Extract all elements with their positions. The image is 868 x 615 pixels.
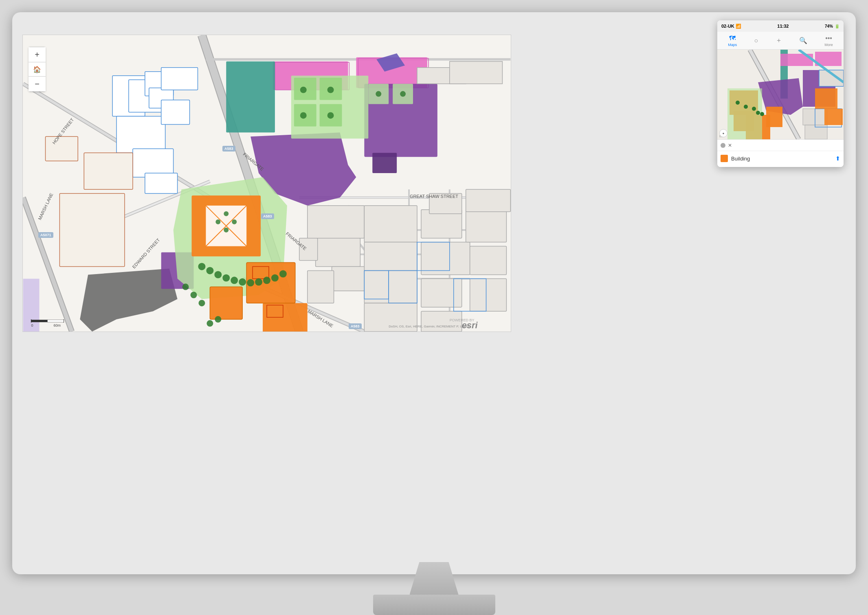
- svg-rect-97: [31, 320, 48, 322]
- svg-rect-82: [421, 279, 462, 307]
- more-icon: •••: [825, 35, 832, 42]
- circle-icon: ○: [754, 37, 758, 44]
- nav-circle[interactable]: ○: [754, 37, 758, 44]
- ios-map-svg: Esri: [717, 50, 844, 139]
- svg-rect-26: [116, 116, 165, 153]
- maps-icon: 🗺: [729, 35, 736, 42]
- battery-label: 74%: [825, 24, 833, 29]
- svg-rect-30: [161, 100, 190, 125]
- svg-rect-75: [299, 238, 318, 261]
- nav-search[interactable]: 🔍: [799, 37, 807, 44]
- svg-rect-92: [466, 189, 511, 212]
- svg-rect-9: [372, 153, 397, 173]
- svg-point-42: [224, 211, 229, 216]
- time-label: 11:32: [777, 24, 789, 29]
- nav-maps[interactable]: 🗺 Maps: [728, 35, 737, 47]
- ios-status-left: 02-UK 📶: [721, 24, 741, 29]
- svg-point-57: [231, 277, 238, 284]
- svg-rect-98: [47, 320, 64, 322]
- battery-icon: 🔋: [835, 24, 839, 29]
- zoom-home-button[interactable]: 🏠: [29, 62, 46, 77]
- svg-text:DoSH, OS, Esri, HERE, Garmin; : DoSH, OS, Esri, HERE, Garmin; INCREMENT …: [389, 325, 469, 328]
- ios-map-preview[interactable]: Esri ●: [717, 50, 844, 139]
- svg-point-63: [279, 270, 287, 277]
- svg-point-59: [247, 279, 254, 286]
- svg-rect-71: [308, 206, 365, 238]
- zoom-in-button[interactable]: +: [29, 47, 46, 62]
- building-legend-label: Building: [731, 156, 832, 162]
- zoom-out-button[interactable]: −: [29, 77, 46, 91]
- svg-rect-85: [470, 246, 507, 275]
- legend-share-button[interactable]: ⬆: [835, 155, 840, 162]
- svg-point-115: [752, 107, 756, 111]
- svg-point-68: [215, 316, 221, 323]
- map-svg: 0 60m DoSH, OS, Esri, HERE, Garmin; INCR…: [23, 35, 511, 332]
- svg-text:60m: 60m: [53, 323, 60, 327]
- svg-rect-73: [332, 266, 369, 291]
- svg-rect-33: [84, 153, 133, 189]
- zoom-controls: + 🏠 −: [29, 47, 46, 92]
- ios-status-bar: 02-UK 📶 11:32 74% 🔋: [717, 20, 844, 32]
- svg-point-18: [327, 112, 334, 119]
- svg-rect-70: [450, 62, 503, 84]
- svg-rect-34: [45, 136, 78, 161]
- nav-add[interactable]: ＋: [776, 36, 782, 45]
- svg-rect-76: [364, 206, 417, 242]
- svg-point-44: [232, 220, 237, 224]
- wifi-icon: 📶: [736, 24, 741, 29]
- carrier-label: 02-UK: [721, 24, 734, 29]
- svg-point-22: [400, 91, 406, 97]
- ios-nav-bar: 🗺 Maps ○ ＋ 🔍 ••• More: [717, 32, 844, 50]
- svg-point-45: [224, 228, 229, 233]
- more-label: More: [824, 43, 833, 47]
- svg-rect-81: [421, 242, 470, 275]
- svg-point-55: [214, 271, 222, 278]
- svg-point-54: [206, 267, 213, 274]
- svg-rect-47: [210, 287, 242, 319]
- svg-point-67: [207, 320, 213, 327]
- svg-rect-124: [815, 88, 837, 109]
- svg-rect-77: [364, 242, 417, 271]
- ios-status-right: 74% 🔋: [825, 24, 839, 29]
- a583-badge-3: A583: [349, 323, 362, 329]
- monitor-frame: 0 60m DoSH, OS, Esri, HERE, Garmin; INCR…: [12, 12, 856, 574]
- svg-point-43: [215, 220, 220, 224]
- building-color-swatch: [721, 155, 728, 162]
- svg-point-113: [736, 101, 740, 105]
- svg-rect-78: [364, 270, 417, 303]
- svg-point-60: [255, 278, 262, 286]
- nav-more[interactable]: ••• More: [824, 35, 833, 47]
- maps-label: Maps: [728, 43, 737, 47]
- svg-point-53: [198, 263, 205, 270]
- stand-neck: [410, 562, 459, 595]
- a5071-badge: A5071: [38, 232, 53, 238]
- svg-rect-111: [766, 107, 782, 127]
- a583-badge-2: A583: [261, 213, 274, 219]
- ios-legend: ✕ Building ⬆: [717, 139, 844, 167]
- stand-base: [373, 595, 495, 615]
- svg-text:esri: esri: [462, 320, 478, 330]
- svg-rect-6: [226, 62, 275, 133]
- monitor-stand: [373, 562, 495, 615]
- search-icon: 🔍: [799, 37, 807, 44]
- legend-collapse-dot: [721, 143, 725, 148]
- svg-point-117: [760, 112, 764, 116]
- a583-badge-1: A583: [222, 146, 235, 152]
- svg-point-21: [376, 91, 381, 97]
- map-container[interactable]: 0 60m DoSH, OS, Esri, HERE, Garmin; INCR…: [22, 35, 511, 332]
- svg-point-56: [222, 274, 230, 281]
- svg-point-16: [327, 87, 334, 93]
- svg-rect-125: [824, 109, 843, 125]
- svg-rect-84: [466, 210, 507, 242]
- svg-point-66: [198, 300, 205, 306]
- svg-rect-91: [429, 193, 462, 214]
- svg-point-62: [271, 274, 279, 281]
- ios-legend-header: ✕: [717, 140, 844, 151]
- svg-rect-74: [308, 270, 334, 303]
- svg-rect-31: [161, 68, 198, 90]
- svg-rect-86: [470, 279, 507, 311]
- svg-rect-32: [59, 193, 125, 267]
- svg-point-61: [263, 277, 270, 284]
- legend-close-button[interactable]: ✕: [728, 143, 732, 148]
- svg-point-17: [300, 112, 307, 119]
